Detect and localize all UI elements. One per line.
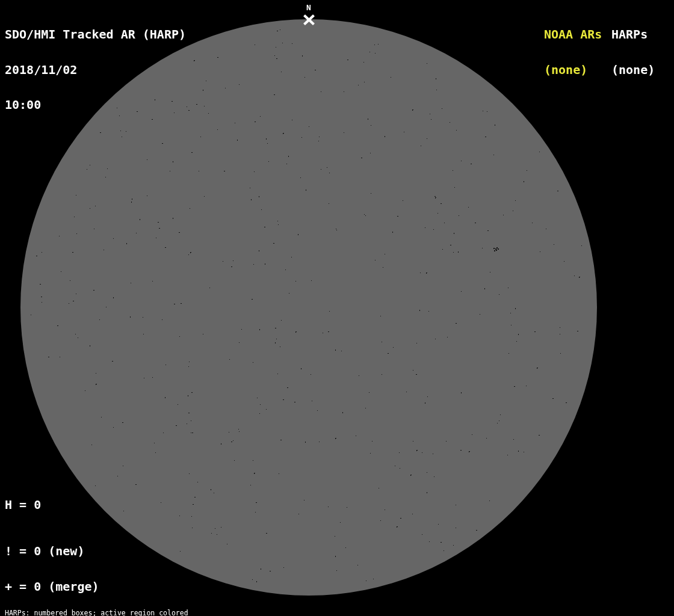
- legend-item-new: ! = 0 (new): [5, 546, 143, 558]
- noaa-ars-block: NOAA ARs (none): [544, 5, 602, 88]
- harps-block: HARPs (none): [611, 5, 655, 88]
- harp-frame: { "header": { "title": "SDO/HMI Tracked …: [0, 0, 674, 616]
- noaa-ars-label: NOAA ARs: [544, 29, 602, 41]
- harps-value: (none): [611, 64, 655, 76]
- north-pole-label: N: [291, 4, 327, 12]
- north-pole-cross-icon: [303, 14, 315, 25]
- title-block: SDO/HMI Tracked AR (HARP) 2018/11/02 10:…: [5, 5, 186, 123]
- footer-notes: HARPs: numbered boxes; active region col…: [5, 597, 247, 616]
- time-label: 10:00: [5, 99, 186, 111]
- legend-item-merge: + = 0 (merge): [5, 581, 143, 593]
- footer-harps-note: HARPs: numbered boxes; active region col…: [5, 610, 247, 616]
- date-label: 2018/11/02: [5, 64, 186, 76]
- page-title: SDO/HMI Tracked AR (HARP): [5, 29, 186, 41]
- harp-count-line: H = 0: [5, 499, 41, 511]
- noaa-ars-value: (none): [544, 64, 602, 76]
- harps-label: HARPs: [611, 29, 655, 41]
